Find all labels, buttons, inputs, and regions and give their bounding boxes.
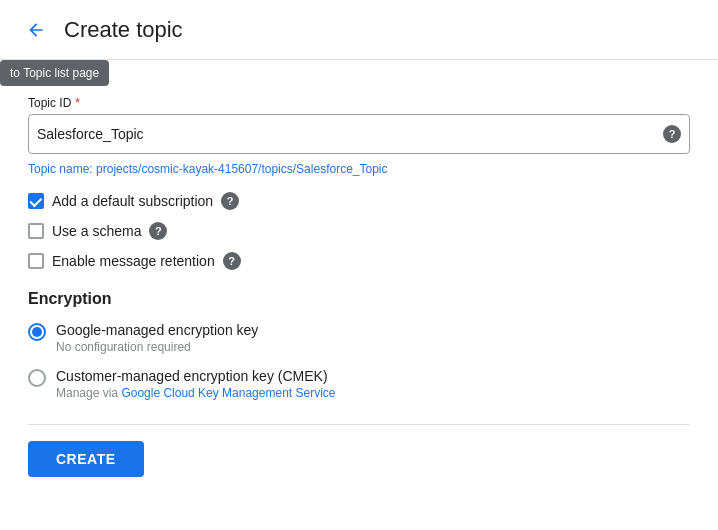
form-actions: CREATE bbox=[28, 424, 690, 477]
radio-google-managed-sublabel: No configuration required bbox=[56, 340, 258, 354]
checkbox-row-retention: Enable message retention ? bbox=[28, 252, 690, 270]
checkbox-row-schema: Use a schema ? bbox=[28, 222, 690, 240]
header: Create topic bbox=[0, 0, 718, 60]
checkbox-default-sub[interactable] bbox=[28, 193, 44, 209]
radio-cmek-label: Customer-managed encryption key (CMEK) bbox=[56, 368, 336, 384]
radio-cmek[interactable] bbox=[28, 369, 46, 387]
checkbox-retention[interactable] bbox=[28, 253, 44, 269]
radio-cmek-sublabel: Manage via Google Cloud Key Management S… bbox=[56, 386, 336, 400]
topic-id-help-icon[interactable]: ? bbox=[663, 125, 681, 143]
radio-google-managed-label: Google-managed encryption key bbox=[56, 322, 258, 338]
radio-row-google-managed: Google-managed encryption key No configu… bbox=[28, 322, 690, 354]
back-tooltip: to Topic list page bbox=[0, 60, 109, 86]
page-title: Create topic bbox=[64, 17, 183, 43]
topic-id-input[interactable] bbox=[37, 126, 663, 142]
create-button[interactable]: CREATE bbox=[28, 441, 144, 477]
radio-cmek-text: Customer-managed encryption key (CMEK) M… bbox=[56, 368, 336, 400]
topic-id-field-group: Topic ID * ? bbox=[28, 96, 690, 154]
form-content: Topic ID * ? Topic name: projects/cosmic… bbox=[0, 96, 718, 497]
checkbox-default-sub-help-icon[interactable]: ? bbox=[221, 192, 239, 210]
topic-id-input-wrapper: ? bbox=[28, 114, 690, 154]
checkbox-label-schema[interactable]: Use a schema bbox=[52, 223, 141, 239]
kms-link[interactable]: Google Cloud Key Management Service bbox=[121, 386, 335, 400]
radio-row-cmek: Customer-managed encryption key (CMEK) M… bbox=[28, 368, 690, 400]
checkbox-row-default-sub: Add a default subscription ? bbox=[28, 192, 690, 210]
encryption-section-title: Encryption bbox=[28, 290, 690, 308]
topic-name-hint: Topic name: projects/cosmic-kayak-415607… bbox=[28, 162, 690, 176]
required-indicator: * bbox=[75, 96, 80, 110]
topic-id-label: Topic ID * bbox=[28, 96, 690, 110]
checkbox-retention-help-icon[interactable]: ? bbox=[223, 252, 241, 270]
radio-google-managed-text: Google-managed encryption key No configu… bbox=[56, 322, 258, 354]
checkbox-schema-help-icon[interactable]: ? bbox=[149, 222, 167, 240]
back-button[interactable] bbox=[20, 14, 52, 46]
checkbox-label-retention[interactable]: Enable message retention bbox=[52, 253, 215, 269]
tooltip-bar: to Topic list page bbox=[0, 60, 718, 96]
back-arrow-icon bbox=[26, 20, 46, 40]
checkbox-label-default-sub[interactable]: Add a default subscription bbox=[52, 193, 213, 209]
radio-google-managed[interactable] bbox=[28, 323, 46, 341]
checkbox-schema[interactable] bbox=[28, 223, 44, 239]
